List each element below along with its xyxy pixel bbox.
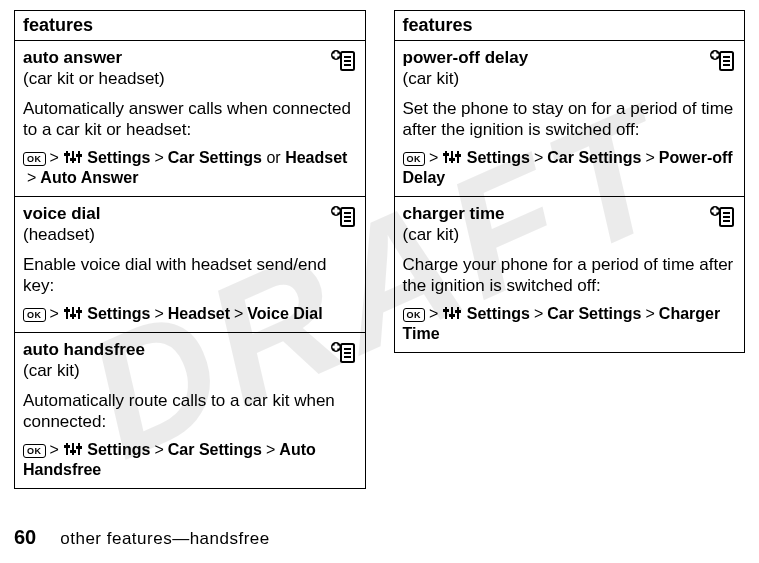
feature-description: Automatically route calls to a car kit w…: [23, 390, 357, 433]
svg-rect-2: [332, 54, 339, 57]
svg-rect-12: [76, 154, 82, 157]
path-segment: Settings: [87, 149, 150, 166]
left-column: features auto answer(car kit or headset)…: [14, 10, 366, 489]
settings-slider-icon: [442, 149, 462, 166]
feature-subtitle: (headset): [23, 225, 95, 244]
sim-plus-icon: [329, 341, 357, 370]
settings-slider-icon: [442, 305, 462, 322]
svg-rect-9: [72, 151, 74, 163]
path-separator: >: [425, 149, 442, 166]
path-segment: Headset: [285, 149, 347, 166]
feature-description: Set the phone to stay on for a period of…: [403, 98, 737, 141]
svg-rect-60: [443, 309, 449, 312]
path-separator: >: [642, 149, 659, 166]
path-separator: >: [425, 305, 442, 322]
svg-rect-36: [70, 450, 76, 453]
feature-description: Automatically answer calls when connecte…: [23, 98, 357, 141]
svg-rect-15: [332, 210, 339, 213]
sim-plus-icon: [329, 205, 357, 234]
path-segment: Auto Answer: [40, 169, 138, 186]
svg-rect-51: [455, 154, 461, 157]
right-column: features power-off delay(car kit)Set the…: [394, 10, 746, 353]
path-or: or: [266, 149, 280, 166]
settings-slider-icon: [63, 441, 83, 458]
feature-cell: auto answer(car kit or headset)Automatic…: [15, 41, 365, 197]
svg-rect-8: [64, 153, 70, 156]
column-header: features: [15, 11, 365, 41]
svg-rect-59: [445, 307, 447, 319]
feature-description: Charge your phone for a period of time a…: [403, 254, 737, 297]
menu-path: OK> Settings>Headset>Voice Dial: [23, 304, 357, 324]
title-row: auto handsfree(car kit): [23, 339, 357, 382]
sim-plus-icon: [708, 205, 736, 234]
ok-key-icon: OK: [23, 308, 46, 322]
footer-text: other features—handsfree: [60, 529, 270, 549]
svg-rect-48: [451, 151, 453, 163]
path-segment: Settings: [467, 149, 530, 166]
title-block: power-off delay(car kit): [403, 47, 705, 90]
svg-rect-46: [445, 151, 447, 163]
ok-key-icon: OK: [23, 152, 46, 166]
path-separator: >: [150, 441, 167, 458]
svg-rect-25: [76, 310, 82, 313]
title-row: auto answer(car kit or headset): [23, 47, 357, 90]
feature-title: auto handsfree: [23, 340, 145, 359]
path-separator: >: [230, 305, 247, 322]
path-segment: Voice Dial: [247, 305, 322, 322]
svg-rect-33: [66, 443, 68, 455]
feature-cell: charger time(car kit)Charge your phone f…: [395, 197, 745, 352]
settings-slider-icon: [63, 149, 83, 166]
feature-title: auto answer: [23, 48, 122, 67]
title-block: charger time(car kit): [403, 203, 705, 246]
settings-slider-icon: [63, 305, 83, 322]
path-separator: >: [23, 169, 40, 186]
svg-rect-22: [72, 307, 74, 319]
menu-path: OK> Settings>Car Settings>Charger Time: [403, 304, 737, 344]
svg-rect-62: [449, 314, 455, 317]
page: DRAFT features auto answer(car kit or he…: [0, 0, 759, 563]
svg-rect-54: [712, 210, 719, 213]
svg-rect-35: [72, 443, 74, 455]
menu-path: OK> Settings>Car Settings>Power-off Dela…: [403, 148, 737, 188]
feature-subtitle: (car kit): [23, 361, 80, 380]
title-block: auto answer(car kit or headset): [23, 47, 325, 90]
path-separator: >: [46, 441, 63, 458]
path-segment: Headset: [168, 305, 230, 322]
feature-title: charger time: [403, 204, 505, 223]
svg-rect-7: [66, 151, 68, 163]
feature-cell: power-off delay(car kit)Set the phone to…: [395, 41, 745, 197]
svg-rect-64: [455, 310, 461, 313]
feature-title: power-off delay: [403, 48, 529, 67]
svg-rect-28: [332, 346, 339, 349]
svg-rect-23: [70, 314, 76, 317]
svg-rect-21: [64, 309, 70, 312]
feature-cell: voice dial(headset)Enable voice dial wit…: [15, 197, 365, 333]
title-block: voice dial(headset): [23, 203, 325, 246]
title-block: auto handsfree(car kit): [23, 339, 325, 382]
path-separator: >: [150, 149, 167, 166]
column-header: features: [395, 11, 745, 41]
feature-subtitle: (car kit or headset): [23, 69, 165, 88]
path-segment: Car Settings: [547, 305, 641, 322]
path-separator: >: [150, 305, 167, 322]
path-segment: Settings: [467, 305, 530, 322]
feature-title: voice dial: [23, 204, 100, 223]
path-separator: >: [530, 305, 547, 322]
feature-subtitle: (car kit): [403, 225, 460, 244]
title-row: voice dial(headset): [23, 203, 357, 246]
path-separator: >: [262, 441, 279, 458]
path-segment: Car Settings: [547, 149, 641, 166]
path-separator: >: [46, 149, 63, 166]
path-segment: Car Settings: [168, 441, 262, 458]
menu-path: OK> Settings>Car Settings>Auto Handsfree: [23, 440, 357, 480]
title-row: power-off delay(car kit): [403, 47, 737, 90]
title-row: charger time(car kit): [403, 203, 737, 246]
ok-key-icon: OK: [403, 152, 426, 166]
menu-path: OK> Settings>Car Settings or Headset>Aut…: [23, 148, 357, 188]
feature-subtitle: (car kit): [403, 69, 460, 88]
svg-rect-61: [451, 307, 453, 319]
path-segment: Settings: [87, 305, 150, 322]
path-separator: >: [642, 305, 659, 322]
ok-key-icon: OK: [23, 444, 46, 458]
columns: features auto answer(car kit or headset)…: [14, 10, 745, 489]
